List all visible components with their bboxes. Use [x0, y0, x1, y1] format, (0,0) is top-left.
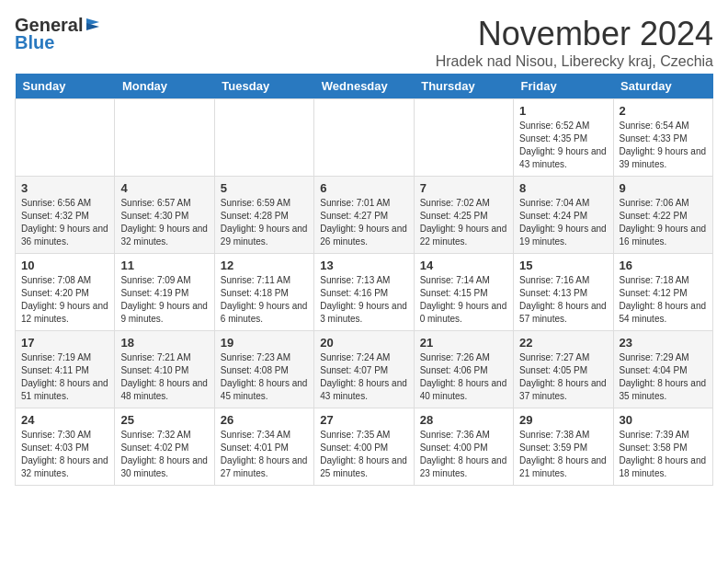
day-info: Sunrise: 7:26 AM Sunset: 4:06 PM Dayligh…: [420, 351, 507, 403]
day-cell: 13Sunrise: 7:13 AM Sunset: 4:16 PM Dayli…: [314, 254, 414, 331]
day-info: Sunrise: 6:59 AM Sunset: 4:28 PM Dayligh…: [221, 197, 308, 248]
day-number: 26: [221, 413, 308, 427]
day-cell: [414, 99, 513, 177]
day-info: Sunrise: 7:30 AM Sunset: 4:03 PM Dayligh…: [21, 429, 108, 480]
day-number: 6: [320, 181, 407, 195]
day-cell: 23Sunrise: 7:29 AM Sunset: 4:04 PM Dayli…: [613, 331, 712, 408]
week-row-2: 10Sunrise: 7:08 AM Sunset: 4:20 PM Dayli…: [16, 254, 713, 331]
day-info: Sunrise: 6:54 AM Sunset: 4:33 PM Dayligh…: [620, 120, 707, 171]
day-cell: 2Sunrise: 6:54 AM Sunset: 4:33 PM Daylig…: [613, 99, 712, 177]
day-cell: [115, 99, 214, 177]
day-cell: 29Sunrise: 7:38 AM Sunset: 3:59 PM Dayli…: [514, 408, 613, 486]
day-info: Sunrise: 7:24 AM Sunset: 4:07 PM Dayligh…: [320, 351, 407, 403]
day-number: 4: [120, 181, 208, 195]
day-number: 16: [620, 259, 707, 272]
day-cell: 12Sunrise: 7:11 AM Sunset: 4:18 PM Dayli…: [214, 254, 313, 331]
header-friday: Friday: [514, 74, 613, 99]
calendar-header: SundayMondayTuesdayWednesdayThursdayFrid…: [16, 74, 713, 99]
day-cell: 1Sunrise: 6:52 AM Sunset: 4:35 PM Daylig…: [514, 99, 613, 177]
day-number: 12: [221, 259, 308, 272]
day-number: 7: [420, 181, 507, 195]
day-info: Sunrise: 7:09 AM Sunset: 4:19 PM Dayligh…: [120, 274, 208, 326]
location-subtitle: Hradek nad Nisou, Liberecky kraj, Czechi…: [436, 53, 713, 70]
day-number: 13: [320, 259, 407, 272]
day-cell: 26Sunrise: 7:34 AM Sunset: 4:01 PM Dayli…: [214, 408, 313, 486]
day-cell: 25Sunrise: 7:32 AM Sunset: 4:02 PM Dayli…: [115, 408, 214, 486]
header: General Blue November 2024 Hradek nad Ni…: [15, 15, 713, 70]
week-row-1: 3Sunrise: 6:56 AM Sunset: 4:32 PM Daylig…: [16, 177, 713, 254]
day-cell: [314, 99, 414, 177]
day-info: Sunrise: 7:02 AM Sunset: 4:25 PM Dayligh…: [420, 197, 507, 248]
logo-flag-icon: [85, 18, 101, 33]
day-number: 1: [519, 104, 607, 118]
day-cell: 8Sunrise: 7:04 AM Sunset: 4:24 PM Daylig…: [514, 177, 613, 254]
day-info: Sunrise: 7:19 AM Sunset: 4:11 PM Dayligh…: [21, 351, 108, 403]
day-number: 10: [21, 259, 108, 272]
day-info: Sunrise: 7:08 AM Sunset: 4:20 PM Dayligh…: [21, 274, 108, 326]
day-cell: [16, 99, 115, 177]
day-cell: 9Sunrise: 7:06 AM Sunset: 4:22 PM Daylig…: [613, 177, 712, 254]
day-info: Sunrise: 6:52 AM Sunset: 4:35 PM Dayligh…: [519, 120, 607, 171]
day-number: 15: [519, 259, 607, 272]
day-number: 14: [420, 259, 507, 272]
day-info: Sunrise: 7:23 AM Sunset: 4:08 PM Dayligh…: [221, 351, 308, 403]
day-info: Sunrise: 7:14 AM Sunset: 4:15 PM Dayligh…: [420, 274, 507, 326]
day-info: Sunrise: 7:27 AM Sunset: 4:05 PM Dayligh…: [519, 351, 607, 403]
day-number: 28: [420, 413, 507, 427]
day-info: Sunrise: 7:04 AM Sunset: 4:24 PM Dayligh…: [519, 197, 607, 248]
day-cell: 6Sunrise: 7:01 AM Sunset: 4:27 PM Daylig…: [314, 177, 414, 254]
day-info: Sunrise: 7:39 AM Sunset: 3:58 PM Dayligh…: [620, 429, 707, 480]
week-row-4: 24Sunrise: 7:30 AM Sunset: 4:03 PM Dayli…: [16, 408, 713, 486]
day-info: Sunrise: 7:35 AM Sunset: 4:00 PM Dayligh…: [320, 429, 407, 480]
day-cell: 28Sunrise: 7:36 AM Sunset: 4:00 PM Dayli…: [414, 408, 513, 486]
header-wednesday: Wednesday: [314, 74, 414, 99]
day-cell: 30Sunrise: 7:39 AM Sunset: 3:58 PM Dayli…: [613, 408, 712, 486]
day-info: Sunrise: 6:56 AM Sunset: 4:32 PM Dayligh…: [21, 197, 108, 248]
header-monday: Monday: [115, 74, 214, 99]
day-number: 29: [519, 413, 607, 427]
day-number: 8: [519, 181, 607, 195]
calendar-table: SundayMondayTuesdayWednesdayThursdayFrid…: [15, 74, 713, 486]
day-cell: 19Sunrise: 7:23 AM Sunset: 4:08 PM Dayli…: [214, 331, 313, 408]
day-info: Sunrise: 7:11 AM Sunset: 4:18 PM Dayligh…: [221, 274, 308, 326]
day-info: Sunrise: 7:32 AM Sunset: 4:02 PM Dayligh…: [120, 429, 208, 480]
day-cell: 3Sunrise: 6:56 AM Sunset: 4:32 PM Daylig…: [16, 177, 115, 254]
day-info: Sunrise: 7:34 AM Sunset: 4:01 PM Dayligh…: [221, 429, 308, 480]
day-cell: 14Sunrise: 7:14 AM Sunset: 4:15 PM Dayli…: [414, 254, 513, 331]
day-number: 9: [620, 181, 707, 195]
day-number: 2: [620, 104, 707, 118]
day-cell: 20Sunrise: 7:24 AM Sunset: 4:07 PM Dayli…: [314, 331, 414, 408]
day-cell: [214, 99, 313, 177]
day-info: Sunrise: 7:29 AM Sunset: 4:04 PM Dayligh…: [620, 351, 707, 403]
day-cell: 24Sunrise: 7:30 AM Sunset: 4:03 PM Dayli…: [16, 408, 115, 486]
day-number: 20: [320, 336, 407, 350]
day-number: 5: [221, 181, 308, 195]
day-cell: 10Sunrise: 7:08 AM Sunset: 4:20 PM Dayli…: [16, 254, 115, 331]
day-info: Sunrise: 7:21 AM Sunset: 4:10 PM Dayligh…: [120, 351, 208, 403]
header-thursday: Thursday: [414, 74, 513, 99]
day-cell: 18Sunrise: 7:21 AM Sunset: 4:10 PM Dayli…: [115, 331, 214, 408]
calendar-body: 1Sunrise: 6:52 AM Sunset: 4:35 PM Daylig…: [16, 99, 713, 486]
title-area: November 2024 Hradek nad Nisou, Libereck…: [436, 15, 713, 70]
day-info: Sunrise: 7:18 AM Sunset: 4:12 PM Dayligh…: [620, 274, 707, 326]
day-number: 11: [120, 259, 208, 272]
day-cell: 15Sunrise: 7:16 AM Sunset: 4:13 PM Dayli…: [514, 254, 613, 331]
month-title: November 2024: [436, 15, 713, 53]
day-info: Sunrise: 7:16 AM Sunset: 4:13 PM Dayligh…: [519, 274, 607, 326]
day-cell: 16Sunrise: 7:18 AM Sunset: 4:12 PM Dayli…: [613, 254, 712, 331]
week-row-3: 17Sunrise: 7:19 AM Sunset: 4:11 PM Dayli…: [16, 331, 713, 408]
header-tuesday: Tuesday: [214, 74, 313, 99]
day-number: 17: [21, 336, 108, 350]
day-number: 21: [420, 336, 507, 350]
day-number: 30: [620, 413, 707, 427]
day-number: 25: [120, 413, 208, 427]
day-cell: 7Sunrise: 7:02 AM Sunset: 4:25 PM Daylig…: [414, 177, 513, 254]
logo: General Blue: [15, 15, 101, 53]
day-cell: 22Sunrise: 7:27 AM Sunset: 4:05 PM Dayli…: [514, 331, 613, 408]
day-info: Sunrise: 6:57 AM Sunset: 4:30 PM Dayligh…: [120, 197, 208, 248]
day-info: Sunrise: 7:36 AM Sunset: 4:00 PM Dayligh…: [420, 429, 507, 480]
day-cell: 5Sunrise: 6:59 AM Sunset: 4:28 PM Daylig…: [214, 177, 313, 254]
day-cell: 17Sunrise: 7:19 AM Sunset: 4:11 PM Dayli…: [16, 331, 115, 408]
day-info: Sunrise: 7:13 AM Sunset: 4:16 PM Dayligh…: [320, 274, 407, 326]
day-number: 24: [21, 413, 108, 427]
